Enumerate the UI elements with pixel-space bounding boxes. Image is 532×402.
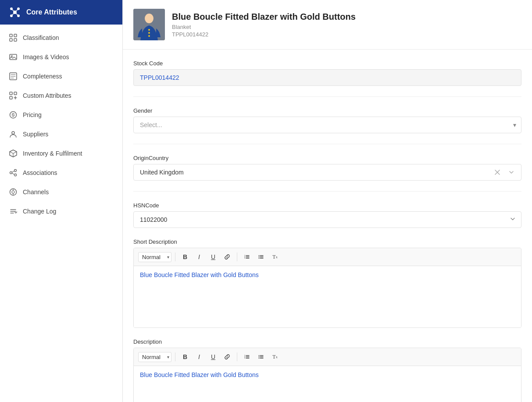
short-desc-link-btn[interactable] (221, 251, 233, 263)
origin-country-icons (488, 166, 521, 178)
desc-toolbar-divider-1 (175, 352, 175, 361)
gender-label: Gender (133, 107, 521, 114)
svg-rect-10 (14, 34, 17, 37)
description-content[interactable]: Blue Boucle Fitted Blazer with Gold Butt… (134, 366, 521, 402)
sidebar-item-label-pricing: Pricing (23, 111, 42, 118)
divider-2 (133, 144, 521, 144)
sidebar-item-label-custom: Custom Attributes (23, 92, 71, 99)
product-image (133, 9, 165, 40)
svg-rect-16 (10, 92, 12, 95)
gender-select-wrapper: Select... (133, 117, 521, 133)
product-header: Blue Boucle Fitted Blazer with Gold Butt… (123, 0, 532, 50)
origin-country-input[interactable] (134, 164, 488, 180)
desc-ordered-list-btn[interactable]: 1 2 3 (241, 351, 253, 363)
sidebar-item-label-completeness: Completeness (23, 73, 62, 80)
form-area: Stock Code Gender Select... OriginCountr… (123, 50, 532, 402)
short-desc-clear-format-btn[interactable]: Tx (269, 251, 281, 263)
sidebar-item-label-suppliers: Suppliers (23, 131, 48, 138)
origin-country-wrapper (133, 164, 521, 181)
svg-text:3: 3 (244, 357, 246, 359)
svg-line-7 (11, 12, 15, 16)
short-description-section: Short Description Normal ▾ B I U (133, 238, 521, 328)
desc-clear-format-btn[interactable]: Tx (269, 351, 281, 363)
origin-country-section: OriginCountry (133, 155, 521, 181)
short-desc-unordered-list-btn[interactable] (255, 251, 267, 263)
sidebar-nav: Classification Images & Videos Comple (0, 25, 122, 402)
svg-rect-17 (14, 92, 17, 95)
svg-point-14 (11, 56, 13, 57)
desc-format-select[interactable]: Normal (138, 352, 171, 362)
desc-italic-btn[interactable]: I (193, 351, 205, 363)
channels-icon (9, 188, 18, 196)
associations-icon (9, 168, 18, 177)
sidebar-header: Core Attributes (0, 0, 122, 25)
svg-point-23 (10, 172, 12, 174)
sidebar-item-pricing[interactable]: Pricing (0, 105, 122, 125)
hsn-code-section: HSNCode (133, 202, 521, 228)
sidebar-item-label-associations: Associations (23, 169, 57, 176)
toolbar-divider-1 (175, 253, 175, 261)
desc-text-plain: Blue Boucle Fitted Blazer with (140, 371, 223, 378)
svg-point-24 (14, 170, 17, 172)
sidebar-logo (9, 6, 21, 18)
desc-underline-btn[interactable]: U (207, 351, 219, 363)
hsn-code-input[interactable] (133, 211, 521, 228)
sidebar-item-suppliers[interactable]: Suppliers (0, 125, 122, 144)
svg-line-27 (12, 173, 14, 174)
svg-line-26 (12, 171, 14, 172)
pricing-icon (9, 110, 18, 119)
sidebar-item-completeness[interactable]: Completeness (0, 67, 122, 86)
stock-code-input[interactable] (133, 69, 521, 86)
desc-link-btn[interactable] (221, 351, 233, 363)
svg-rect-11 (10, 39, 12, 41)
svg-rect-18 (10, 96, 12, 99)
toolbar-divider-2 (237, 253, 237, 261)
description-section: Description Normal ▾ B I U (133, 338, 521, 402)
svg-point-25 (14, 174, 17, 176)
custom-icon (9, 91, 18, 100)
gender-select[interactable]: Select... (133, 117, 521, 133)
svg-text:3: 3 (244, 257, 246, 259)
classification-icon (9, 33, 18, 42)
origin-country-clear-icon[interactable] (491, 166, 503, 178)
desc-text-highlight: Gold Buttons (223, 371, 259, 378)
short-description-toolbar: Normal ▾ B I U (134, 248, 521, 266)
svg-point-48 (259, 256, 260, 257)
gender-section: Gender Select... (133, 107, 521, 133)
suppliers-icon (9, 130, 18, 139)
short-desc-italic-btn[interactable]: I (193, 251, 205, 263)
short-desc-underline-btn[interactable]: U (207, 251, 219, 263)
sidebar-item-images-videos[interactable]: Images & Videos (0, 47, 122, 67)
svg-rect-13 (10, 54, 17, 60)
sidebar-item-custom-attributes[interactable]: Custom Attributes (0, 86, 122, 105)
hsn-wrapper (133, 211, 521, 228)
short-desc-format-select[interactable]: Normal (138, 252, 171, 262)
hsn-code-label: HSNCode (133, 202, 521, 209)
svg-point-60 (259, 356, 260, 357)
sidebar-item-associations[interactable]: Associations (0, 163, 122, 182)
svg-point-47 (259, 255, 260, 256)
sidebar-item-inventory[interactable]: Inventory & Fulfilment (0, 144, 122, 163)
sidebar-item-label-changelog: Change Log (23, 208, 56, 215)
product-info: Blue Boucle Fitted Blazer with Gold Butt… (172, 12, 356, 38)
short-desc-text-highlight: Gold Buttons (223, 271, 259, 278)
short-description-content[interactable]: Blue Boucle Fitted Blazer with Gold Butt… (134, 266, 521, 327)
inventory-icon (9, 149, 18, 158)
product-category: Blanket (172, 24, 356, 30)
short-desc-bold-btn[interactable]: B (179, 251, 191, 263)
short-desc-text-plain: Blue Boucle Fitted Blazer with (140, 271, 223, 278)
svg-line-8 (15, 12, 18, 16)
sidebar-item-channels[interactable]: Channels (0, 182, 122, 202)
sidebar-item-label-inventory: Inventory & Fulfilment (23, 150, 82, 157)
sidebar-item-classification[interactable]: Classification (0, 28, 122, 47)
changelog-icon (9, 207, 18, 216)
main-content: Blue Boucle Fitted Blazer with Gold Butt… (123, 0, 532, 402)
svg-line-6 (15, 9, 18, 12)
desc-unordered-list-btn[interactable] (255, 351, 267, 363)
svg-point-37 (145, 14, 154, 23)
short-desc-ordered-list-btn[interactable]: 1 2 3 (241, 251, 253, 263)
origin-country-label: OriginCountry (133, 155, 521, 161)
desc-bold-btn[interactable]: B (179, 351, 191, 363)
origin-country-chevron-icon[interactable] (505, 166, 518, 178)
sidebar-item-changelog[interactable]: Change Log (0, 202, 122, 221)
